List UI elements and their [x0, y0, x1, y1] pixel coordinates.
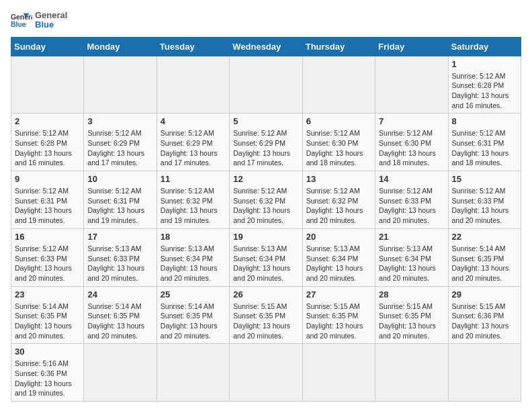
day-info: Sunrise: 5:12 AMSunset: 6:28 PMDaylight:… — [15, 128, 80, 168]
day-info: Sunrise: 5:15 AMSunset: 6:35 PMDaylight:… — [233, 302, 298, 341]
calendar-cell: 1Sunrise: 5:12 AMSunset: 6:28 PMDaylight… — [448, 56, 521, 113]
calendar-cell: 13Sunrise: 5:12 AMSunset: 6:32 PMDayligh… — [302, 171, 375, 229]
day-number: 22 — [452, 232, 517, 242]
day-number: 7 — [379, 116, 444, 126]
day-number: 9 — [15, 174, 80, 184]
day-number: 30 — [15, 347, 80, 357]
weekday-header-monday: Monday — [84, 37, 157, 56]
day-info: Sunrise: 5:12 AMSunset: 6:33 PMDaylight:… — [379, 186, 444, 226]
calendar-cell: 4Sunrise: 5:12 AMSunset: 6:29 PMDaylight… — [157, 113, 229, 171]
calendar-cell: 16Sunrise: 5:12 AMSunset: 6:33 PMDayligh… — [11, 228, 84, 286]
calendar-cell: 20Sunrise: 5:13 AMSunset: 6:34 PMDayligh… — [302, 228, 375, 286]
day-info: Sunrise: 5:15 AMSunset: 6:35 PMDaylight:… — [379, 302, 444, 341]
day-number: 29 — [452, 289, 517, 300]
day-info: Sunrise: 5:15 AMSunset: 6:35 PMDaylight:… — [306, 302, 371, 341]
calendar-cell: 29Sunrise: 5:15 AMSunset: 6:36 PMDayligh… — [448, 286, 521, 344]
day-number: 27 — [306, 289, 371, 300]
day-number: 18 — [161, 232, 226, 242]
day-number: 1 — [452, 59, 517, 69]
day-number: 10 — [87, 174, 152, 184]
day-number: 5 — [233, 116, 298, 126]
weekday-header-tuesday: Tuesday — [157, 37, 229, 56]
page-header: General Blue General Blue — [11, 11, 521, 30]
logo: General Blue General Blue — [11, 11, 67, 30]
svg-text:Blue: Blue — [11, 21, 26, 28]
calendar-cell: 26Sunrise: 5:15 AMSunset: 6:35 PMDayligh… — [230, 286, 302, 344]
calendar-cell: 21Sunrise: 5:13 AMSunset: 6:34 PMDayligh… — [375, 228, 448, 286]
weekday-header-friday: Friday — [375, 37, 448, 56]
day-number: 15 — [452, 174, 517, 184]
day-number: 24 — [87, 289, 152, 300]
calendar-cell — [302, 56, 375, 113]
day-info: Sunrise: 5:13 AMSunset: 6:33 PMDaylight:… — [87, 244, 152, 283]
day-number: 25 — [161, 289, 226, 300]
calendar-cell: 28Sunrise: 5:15 AMSunset: 6:35 PMDayligh… — [375, 286, 448, 344]
weekday-header-wednesday: Wednesday — [230, 37, 302, 56]
calendar-cell: 9Sunrise: 5:12 AMSunset: 6:31 PMDaylight… — [11, 171, 84, 229]
day-number: 8 — [452, 116, 517, 126]
day-info: Sunrise: 5:14 AMSunset: 6:35 PMDaylight:… — [161, 302, 226, 341]
day-number: 23 — [15, 289, 80, 300]
calendar-cell: 3Sunrise: 5:12 AMSunset: 6:29 PMDaylight… — [84, 113, 157, 171]
day-info: Sunrise: 5:13 AMSunset: 6:34 PMDaylight:… — [161, 244, 226, 283]
day-number: 16 — [15, 232, 80, 242]
calendar-cell: 12Sunrise: 5:12 AMSunset: 6:32 PMDayligh… — [230, 171, 302, 229]
day-info: Sunrise: 5:13 AMSunset: 6:34 PMDaylight:… — [233, 244, 298, 283]
calendar-cell — [302, 344, 375, 402]
calendar-cell — [11, 56, 84, 113]
day-info: Sunrise: 5:12 AMSunset: 6:33 PMDaylight:… — [452, 186, 517, 226]
calendar-table: SundayMondayTuesdayWednesdayThursdayFrid… — [11, 37, 521, 402]
weekday-header-saturday: Saturday — [448, 37, 521, 56]
day-info: Sunrise: 5:12 AMSunset: 6:32 PMDaylight:… — [306, 186, 371, 226]
day-number: 19 — [233, 232, 298, 242]
day-number: 26 — [233, 289, 298, 300]
day-number: 21 — [379, 232, 444, 242]
logo-general-text: General — [35, 11, 67, 20]
day-info: Sunrise: 5:12 AMSunset: 6:29 PMDaylight:… — [161, 128, 226, 168]
day-number: 3 — [87, 116, 152, 126]
calendar-cell — [375, 344, 448, 402]
calendar-cell — [84, 344, 157, 402]
calendar-cell: 30Sunrise: 5:16 AMSunset: 6:36 PMDayligh… — [11, 344, 84, 402]
day-info: Sunrise: 5:13 AMSunset: 6:34 PMDaylight:… — [306, 244, 371, 283]
day-number: 2 — [15, 116, 80, 126]
day-number: 4 — [161, 116, 226, 126]
weekday-header-thursday: Thursday — [302, 37, 375, 56]
calendar-cell: 14Sunrise: 5:12 AMSunset: 6:33 PMDayligh… — [375, 171, 448, 229]
calendar-cell: 2Sunrise: 5:12 AMSunset: 6:28 PMDaylight… — [11, 113, 84, 171]
calendar-cell: 8Sunrise: 5:12 AMSunset: 6:31 PMDaylight… — [448, 113, 521, 171]
day-info: Sunrise: 5:12 AMSunset: 6:29 PMDaylight:… — [233, 128, 298, 168]
day-info: Sunrise: 5:12 AMSunset: 6:32 PMDaylight:… — [161, 186, 226, 226]
day-info: Sunrise: 5:12 AMSunset: 6:29 PMDaylight:… — [87, 128, 152, 168]
calendar-cell: 19Sunrise: 5:13 AMSunset: 6:34 PMDayligh… — [230, 228, 302, 286]
calendar-cell: 22Sunrise: 5:14 AMSunset: 6:35 PMDayligh… — [448, 228, 521, 286]
calendar-cell: 17Sunrise: 5:13 AMSunset: 6:33 PMDayligh… — [84, 228, 157, 286]
calendar-cell — [448, 344, 521, 402]
day-info: Sunrise: 5:12 AMSunset: 6:30 PMDaylight:… — [379, 128, 444, 168]
calendar-cell: 6Sunrise: 5:12 AMSunset: 6:30 PMDaylight… — [302, 113, 375, 171]
day-number: 6 — [306, 116, 371, 126]
calendar-cell: 24Sunrise: 5:14 AMSunset: 6:35 PMDayligh… — [84, 286, 157, 344]
day-info: Sunrise: 5:14 AMSunset: 6:35 PMDaylight:… — [452, 244, 517, 283]
calendar-header: SundayMondayTuesdayWednesdayThursdayFrid… — [11, 37, 521, 56]
day-info: Sunrise: 5:12 AMSunset: 6:31 PMDaylight:… — [87, 186, 152, 226]
calendar-body: 1Sunrise: 5:12 AMSunset: 6:28 PMDaylight… — [11, 56, 521, 402]
day-number: 12 — [233, 174, 298, 184]
calendar-cell — [230, 344, 302, 402]
calendar-cell: 15Sunrise: 5:12 AMSunset: 6:33 PMDayligh… — [448, 171, 521, 229]
calendar-cell — [157, 344, 229, 402]
day-info: Sunrise: 5:13 AMSunset: 6:34 PMDaylight:… — [379, 244, 444, 283]
day-info: Sunrise: 5:12 AMSunset: 6:28 PMDaylight:… — [452, 71, 517, 111]
day-info: Sunrise: 5:12 AMSunset: 6:31 PMDaylight:… — [15, 186, 80, 226]
day-info: Sunrise: 5:12 AMSunset: 6:30 PMDaylight:… — [306, 128, 371, 168]
weekday-header-sunday: Sunday — [11, 37, 84, 56]
day-number: 17 — [87, 232, 152, 242]
day-info: Sunrise: 5:14 AMSunset: 6:35 PMDaylight:… — [15, 302, 80, 341]
day-number: 20 — [306, 232, 371, 242]
day-info: Sunrise: 5:12 AMSunset: 6:33 PMDaylight:… — [15, 244, 80, 283]
day-number: 11 — [161, 174, 226, 184]
day-info: Sunrise: 5:12 AMSunset: 6:32 PMDaylight:… — [233, 186, 298, 226]
day-number: 13 — [306, 174, 371, 184]
logo-blue-text: Blue — [35, 20, 67, 30]
calendar-cell: 10Sunrise: 5:12 AMSunset: 6:31 PMDayligh… — [84, 171, 157, 229]
